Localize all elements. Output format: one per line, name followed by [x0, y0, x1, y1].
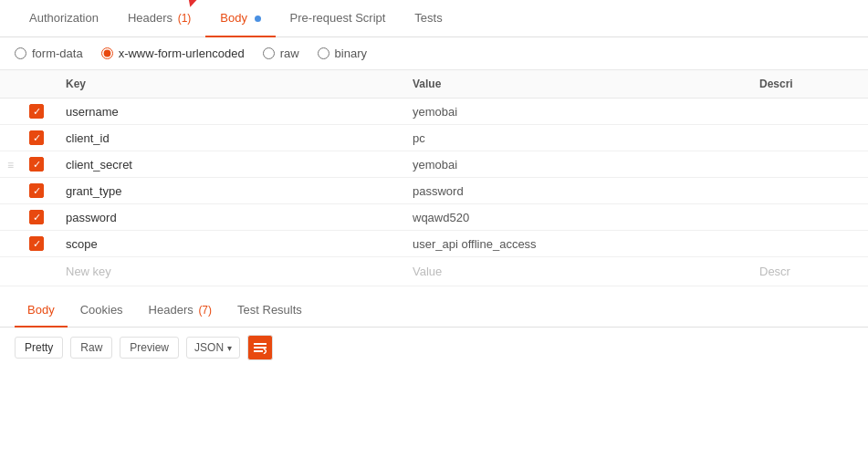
row-checkbox-4[interactable]: ✓: [29, 210, 44, 224]
desc-cell: [748, 231, 868, 257]
row-checkbox-0[interactable]: ✓: [29, 104, 44, 119]
key-cell: client_id: [55, 125, 402, 151]
value-cell: wqawd520: [402, 204, 748, 231]
value-cell: user_api offline_access: [402, 231, 748, 257]
value-cell: yemobai: [402, 151, 748, 178]
key-text-0: username: [62, 103, 122, 120]
format-preview-btn[interactable]: Preview: [120, 337, 179, 359]
body-type-row: form-data x-www-form-urlencoded raw bina…: [0, 37, 868, 70]
row-checkbox-5[interactable]: ✓: [29, 236, 44, 251]
new-value-cell: [402, 257, 748, 286]
desc-cell: [748, 125, 868, 151]
key-cell: client_secret: [55, 151, 402, 178]
format-bar: Pretty Raw Preview JSON ▾: [0, 328, 868, 368]
key-cell: username: [55, 99, 402, 125]
format-raw-btn[interactable]: Raw: [70, 337, 112, 359]
new-key-input[interactable]: [62, 263, 394, 280]
bottom-tabs-container: Body Cookies Headers (7) Test Results: [0, 294, 868, 328]
drag-cell: [0, 99, 22, 125]
checkbox-cell: ✓: [22, 125, 55, 151]
checkbox-cell: ✓: [22, 178, 55, 204]
value-text-2: yemobai: [409, 156, 461, 173]
checkbox-cell: ✓: [22, 99, 55, 125]
desc-cell: [748, 151, 868, 178]
key-cell: scope: [55, 231, 402, 257]
new-drag-cell: [0, 257, 22, 286]
headers-badge: (1): [178, 12, 192, 25]
col-key: Key: [55, 70, 402, 99]
drag-cell: ≡: [0, 151, 22, 178]
table-row: ✓ scopeuser_api offline_access: [0, 231, 868, 257]
row-checkbox-1[interactable]: ✓: [29, 130, 44, 145]
new-value-input[interactable]: [409, 263, 741, 280]
drag-cell: [0, 231, 22, 257]
tab-headers[interactable]: Headers (1): [113, 0, 205, 37]
drag-cell: [0, 125, 22, 151]
params-table-wrapper: Key Value Descri ✓ usernameyemobai ✓ cli…: [0, 70, 868, 286]
format-wrap-btn[interactable]: [247, 335, 273, 360]
new-check-cell: [22, 257, 55, 286]
tab-authorization[interactable]: Authorization: [15, 0, 113, 37]
key-cell: password: [55, 204, 402, 231]
key-text-1: client_id: [62, 130, 113, 147]
radio-raw[interactable]: raw: [263, 47, 299, 60]
tab-tests[interactable]: Tests: [400, 0, 456, 37]
value-text-1: pc: [409, 130, 429, 147]
value-text-5: user_api offline_access: [409, 235, 540, 253]
col-desc: Descri: [748, 70, 868, 99]
new-row: [0, 257, 868, 286]
value-cell: yemobai: [402, 99, 748, 125]
top-tabs-container: Authorization Headers (1) Body Pre-reque…: [0, 0, 868, 37]
value-cell: password: [402, 178, 748, 204]
col-drag: [0, 70, 22, 99]
table-row: ✓ client_idpc: [0, 125, 868, 151]
key-text-3: grant_type: [62, 182, 125, 200]
new-desc-input[interactable]: [756, 263, 861, 280]
format-pretty-btn[interactable]: Pretty: [15, 337, 63, 359]
svg-rect-2: [254, 347, 267, 348]
checkbox-cell: ✓: [22, 204, 55, 231]
drag-handle[interactable]: ≡: [7, 159, 14, 172]
table-row: ≡ ✓ client_secretyemobai: [0, 151, 868, 178]
tab-result-body[interactable]: Body: [15, 294, 68, 328]
tab-test-results[interactable]: Test Results: [225, 294, 315, 328]
desc-cell: [748, 178, 868, 204]
radio-binary[interactable]: binary: [318, 47, 367, 60]
table-row: ✓ usernameyemobai: [0, 99, 868, 125]
checkbox-cell: ✓: [22, 151, 55, 178]
svg-rect-1: [254, 343, 267, 345]
table-row: ✓ passwordwqawd520: [0, 204, 868, 231]
drag-cell: [0, 204, 22, 231]
row-checkbox-2[interactable]: ✓: [29, 157, 44, 172]
col-check: [22, 70, 55, 99]
tab-prerequest[interactable]: Pre-request Script: [276, 0, 401, 37]
tab-result-headers[interactable]: Headers (7): [136, 294, 225, 328]
value-text-0: yemobai: [409, 103, 461, 120]
value-text-4: wqawd520: [409, 209, 473, 226]
desc-cell: [748, 204, 868, 231]
key-cell: grant_type: [55, 178, 402, 204]
new-desc-cell: [748, 257, 868, 286]
tab-cookies[interactable]: Cookies: [68, 294, 136, 328]
key-text-5: scope: [62, 235, 101, 253]
format-type-select[interactable]: JSON ▾: [186, 337, 240, 359]
radio-x-www-form-urlencoded[interactable]: x-www-form-urlencoded: [101, 47, 245, 60]
radio-form-data[interactable]: form-data: [15, 47, 83, 60]
key-text-4: password: [62, 209, 120, 226]
svg-rect-3: [254, 350, 263, 352]
value-cell: pc: [402, 125, 748, 151]
new-key-cell: [55, 257, 402, 286]
tab-body[interactable]: Body: [205, 0, 275, 37]
col-value: Value: [402, 70, 748, 99]
table-row: ✓ grant_typepassword: [0, 178, 868, 204]
body-dot: [255, 16, 261, 22]
params-table: Key Value Descri ✓ usernameyemobai ✓ cli…: [0, 70, 868, 286]
drag-cell: [0, 178, 22, 204]
row-checkbox-3[interactable]: ✓: [29, 183, 44, 198]
value-text-3: password: [409, 182, 467, 200]
key-text-2: client_secret: [62, 156, 136, 173]
checkbox-cell: ✓: [22, 231, 55, 257]
desc-cell: [748, 99, 868, 125]
